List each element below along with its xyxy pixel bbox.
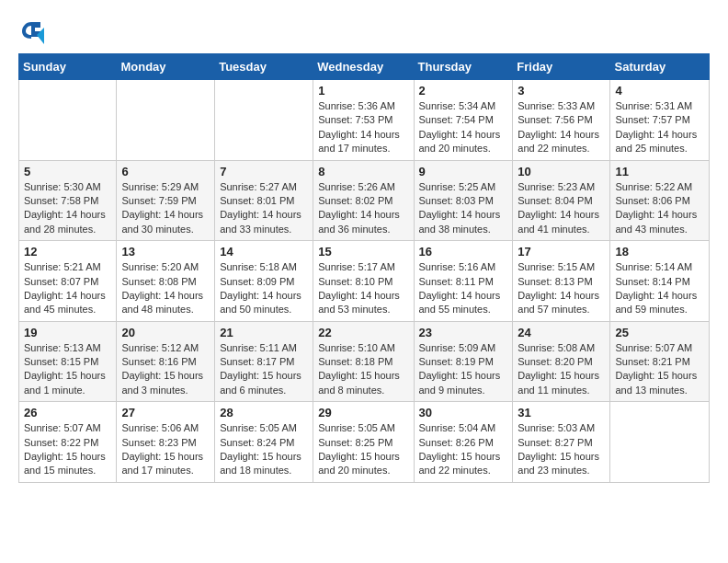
day-cell-4: 4Sunrise: 5:31 AM Sunset: 7:57 PM Daylig…	[610, 80, 710, 161]
day-info: Sunrise: 5:34 AM Sunset: 7:54 PM Dayligh…	[419, 99, 508, 156]
day-number: 10	[518, 165, 605, 178]
day-cell-19: 19Sunrise: 5:13 AM Sunset: 8:15 PM Dayli…	[19, 321, 117, 402]
day-number: 24	[518, 326, 605, 339]
day-cell-17: 17Sunrise: 5:15 AM Sunset: 8:13 PM Dayli…	[513, 241, 610, 322]
day-info: Sunrise: 5:18 AM Sunset: 8:09 PM Dayligh…	[220, 260, 308, 317]
day-info: Sunrise: 5:03 AM Sunset: 8:27 PM Dayligh…	[518, 421, 605, 478]
day-number: 6	[121, 165, 210, 178]
day-cell-22: 22Sunrise: 5:10 AM Sunset: 8:18 PM Dayli…	[313, 321, 414, 402]
day-info: Sunrise: 5:23 AM Sunset: 8:04 PM Dayligh…	[518, 180, 605, 237]
empty-cell	[117, 80, 215, 161]
day-info: Sunrise: 5:04 AM Sunset: 8:26 PM Dayligh…	[419, 421, 508, 478]
day-number: 28	[220, 406, 308, 419]
week-row-4: 19Sunrise: 5:13 AM Sunset: 8:15 PM Dayli…	[19, 321, 710, 402]
weekday-header-monday: Monday	[117, 54, 215, 80]
day-info: Sunrise: 5:10 AM Sunset: 8:18 PM Dayligh…	[318, 341, 408, 398]
day-info: Sunrise: 5:17 AM Sunset: 8:10 PM Dayligh…	[318, 260, 408, 317]
weekday-header-friday: Friday	[513, 54, 610, 80]
day-cell-15: 15Sunrise: 5:17 AM Sunset: 8:10 PM Dayli…	[313, 241, 414, 322]
logo	[18, 18, 48, 44]
day-cell-27: 27Sunrise: 5:06 AM Sunset: 8:23 PM Dayli…	[117, 402, 215, 483]
day-number: 20	[121, 326, 210, 339]
day-number: 13	[121, 245, 210, 259]
day-number: 18	[615, 245, 704, 259]
day-cell-21: 21Sunrise: 5:11 AM Sunset: 8:17 PM Dayli…	[215, 321, 313, 402]
logo-icon	[18, 18, 44, 44]
weekday-header-row: SundayMondayTuesdayWednesdayThursdayFrid…	[19, 54, 710, 80]
day-cell-8: 8Sunrise: 5:26 AM Sunset: 8:02 PM Daylig…	[313, 160, 414, 241]
day-number: 29	[318, 406, 408, 419]
empty-cell	[19, 80, 117, 161]
empty-cell	[610, 402, 710, 483]
day-info: Sunrise: 5:11 AM Sunset: 8:17 PM Dayligh…	[220, 341, 308, 398]
day-number: 17	[518, 245, 605, 259]
day-cell-28: 28Sunrise: 5:05 AM Sunset: 8:24 PM Dayli…	[215, 402, 313, 483]
day-info: Sunrise: 5:22 AM Sunset: 8:06 PM Dayligh…	[615, 180, 704, 237]
day-cell-29: 29Sunrise: 5:05 AM Sunset: 8:25 PM Dayli…	[313, 402, 414, 483]
day-info: Sunrise: 5:26 AM Sunset: 8:02 PM Dayligh…	[318, 180, 408, 237]
day-number: 19	[24, 326, 111, 339]
day-cell-11: 11Sunrise: 5:22 AM Sunset: 8:06 PM Dayli…	[610, 160, 710, 241]
day-cell-6: 6Sunrise: 5:29 AM Sunset: 7:59 PM Daylig…	[117, 160, 215, 241]
day-number: 11	[615, 165, 704, 178]
day-number: 4	[615, 84, 704, 98]
day-number: 7	[220, 165, 308, 178]
weekday-header-wednesday: Wednesday	[313, 54, 414, 80]
day-info: Sunrise: 5:33 AM Sunset: 7:56 PM Dayligh…	[518, 99, 605, 156]
weekday-header-sunday: Sunday	[19, 54, 117, 80]
day-cell-10: 10Sunrise: 5:23 AM Sunset: 8:04 PM Dayli…	[513, 160, 610, 241]
day-cell-16: 16Sunrise: 5:16 AM Sunset: 8:11 PM Dayli…	[414, 241, 513, 322]
day-cell-13: 13Sunrise: 5:20 AM Sunset: 8:08 PM Dayli…	[117, 241, 215, 322]
day-cell-24: 24Sunrise: 5:08 AM Sunset: 8:20 PM Dayli…	[513, 321, 610, 402]
day-info: Sunrise: 5:07 AM Sunset: 8:22 PM Dayligh…	[24, 421, 111, 478]
day-number: 30	[419, 406, 508, 419]
page-header	[18, 18, 710, 44]
day-number: 2	[419, 84, 508, 98]
day-cell-9: 9Sunrise: 5:25 AM Sunset: 8:03 PM Daylig…	[414, 160, 513, 241]
day-info: Sunrise: 5:16 AM Sunset: 8:11 PM Dayligh…	[419, 260, 508, 317]
day-number: 16	[419, 245, 508, 259]
day-info: Sunrise: 5:30 AM Sunset: 7:58 PM Dayligh…	[24, 180, 111, 237]
day-info: Sunrise: 5:14 AM Sunset: 8:14 PM Dayligh…	[615, 260, 704, 317]
week-row-2: 5Sunrise: 5:30 AM Sunset: 7:58 PM Daylig…	[19, 160, 710, 241]
day-info: Sunrise: 5:25 AM Sunset: 8:03 PM Dayligh…	[419, 180, 508, 237]
day-info: Sunrise: 5:07 AM Sunset: 8:21 PM Dayligh…	[615, 341, 704, 398]
day-info: Sunrise: 5:21 AM Sunset: 8:07 PM Dayligh…	[24, 260, 111, 317]
day-cell-31: 31Sunrise: 5:03 AM Sunset: 8:27 PM Dayli…	[513, 402, 610, 483]
day-number: 21	[220, 326, 308, 339]
day-number: 3	[518, 84, 605, 98]
day-info: Sunrise: 5:29 AM Sunset: 7:59 PM Dayligh…	[121, 180, 210, 237]
day-cell-26: 26Sunrise: 5:07 AM Sunset: 8:22 PM Dayli…	[19, 402, 117, 483]
day-number: 5	[24, 165, 111, 178]
day-cell-18: 18Sunrise: 5:14 AM Sunset: 8:14 PM Dayli…	[610, 241, 710, 322]
weekday-header-tuesday: Tuesday	[215, 54, 313, 80]
day-number: 26	[24, 406, 111, 419]
day-cell-12: 12Sunrise: 5:21 AM Sunset: 8:07 PM Dayli…	[19, 241, 117, 322]
day-info: Sunrise: 5:27 AM Sunset: 8:01 PM Dayligh…	[220, 180, 308, 237]
day-cell-2: 2Sunrise: 5:34 AM Sunset: 7:54 PM Daylig…	[414, 80, 513, 161]
day-cell-5: 5Sunrise: 5:30 AM Sunset: 7:58 PM Daylig…	[19, 160, 117, 241]
day-cell-30: 30Sunrise: 5:04 AM Sunset: 8:26 PM Dayli…	[414, 402, 513, 483]
day-info: Sunrise: 5:06 AM Sunset: 8:23 PM Dayligh…	[121, 421, 210, 478]
weekday-header-thursday: Thursday	[414, 54, 513, 80]
day-info: Sunrise: 5:20 AM Sunset: 8:08 PM Dayligh…	[121, 260, 210, 317]
day-info: Sunrise: 5:12 AM Sunset: 8:16 PM Dayligh…	[121, 341, 210, 398]
day-info: Sunrise: 5:05 AM Sunset: 8:24 PM Dayligh…	[220, 421, 308, 478]
weekday-header-saturday: Saturday	[610, 54, 710, 80]
day-number: 25	[615, 326, 704, 339]
day-number: 9	[419, 165, 508, 178]
empty-cell	[215, 80, 313, 161]
week-row-1: 1Sunrise: 5:36 AM Sunset: 7:53 PM Daylig…	[19, 80, 710, 161]
day-info: Sunrise: 5:08 AM Sunset: 8:20 PM Dayligh…	[518, 341, 605, 398]
day-number: 8	[318, 165, 408, 178]
day-number: 14	[220, 245, 308, 259]
day-info: Sunrise: 5:09 AM Sunset: 8:19 PM Dayligh…	[419, 341, 508, 398]
day-cell-1: 1Sunrise: 5:36 AM Sunset: 7:53 PM Daylig…	[313, 80, 414, 161]
day-number: 23	[419, 326, 508, 339]
day-cell-14: 14Sunrise: 5:18 AM Sunset: 8:09 PM Dayli…	[215, 241, 313, 322]
day-number: 15	[318, 245, 408, 259]
day-info: Sunrise: 5:05 AM Sunset: 8:25 PM Dayligh…	[318, 421, 408, 478]
day-number: 31	[518, 406, 605, 419]
day-cell-20: 20Sunrise: 5:12 AM Sunset: 8:16 PM Dayli…	[117, 321, 215, 402]
day-number: 12	[24, 245, 111, 259]
